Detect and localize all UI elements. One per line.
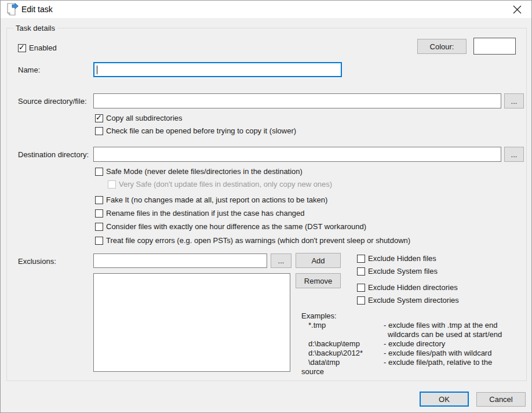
example-row: d:\backup\2012*- exclude files/path with… [308, 349, 491, 357]
checkbox-box [95, 223, 103, 231]
example-row: wildcards can be used at start/end [308, 330, 502, 339]
checkbox-box [357, 267, 365, 276]
checkbox-box [95, 168, 103, 176]
copy-subdirectories-checkbox[interactable]: Copy all subdirectories [95, 114, 183, 122]
window-title: Edit task [21, 5, 53, 14]
safe-mode-checkbox[interactable]: Safe Mode (never delete files/directorie… [95, 167, 303, 176]
checkbox-box [95, 237, 103, 245]
name-label: Name: [18, 66, 40, 74]
checkbox-box [18, 44, 26, 52]
treat-errors-checkbox[interactable]: Treat file copy errors (e.g. open PSTs) … [95, 236, 410, 245]
checkbox-box [95, 127, 103, 135]
exclude-hidden-directories-checkbox[interactable]: Exclude Hidden directories [357, 283, 458, 292]
destination-label: Destination directory: [18, 150, 89, 159]
checkbox-box [357, 296, 365, 305]
exclusions-remove-button[interactable]: Remove [296, 273, 341, 288]
destination-browse-button[interactable]: ... [504, 147, 524, 162]
very-safe-checkbox: Very Safe (don't update files in destina… [108, 180, 332, 189]
source-browse-button[interactable]: ... [504, 93, 524, 108]
exclusions-label: Exclusions: [18, 257, 56, 266]
exclusions-add-button[interactable]: Add [296, 253, 341, 268]
groupbox-title: Task details [13, 24, 57, 32]
rename-case-checkbox[interactable]: Rename files in the destination if just … [95, 209, 305, 218]
exclude-system-directories-checkbox[interactable]: Exclude System directories [357, 296, 459, 305]
destination-input[interactable] [93, 147, 501, 162]
checkbox-box [357, 284, 365, 292]
checkbox-box [108, 180, 116, 189]
checkbox-box [95, 114, 103, 122]
exclude-hidden-files-checkbox[interactable]: Exclude Hidden files [357, 254, 436, 263]
source-input[interactable] [93, 93, 501, 108]
check-file-openable-checkbox[interactable]: Check file can be opened before trying t… [95, 126, 296, 135]
colour-button[interactable]: Colour: [417, 39, 467, 54]
name-input[interactable] [93, 62, 342, 77]
ok-button[interactable]: OK [420, 392, 469, 407]
titlebar: Edit task [1, 1, 531, 18]
checkbox-box [95, 209, 103, 218]
close-icon [513, 5, 522, 14]
exclude-system-files-checkbox[interactable]: Exclude System files [357, 267, 438, 276]
edit-task-dialog: Edit task Task details Enabled Colour: N… [0, 0, 532, 413]
colour-swatch [473, 38, 516, 55]
exclusions-list[interactable] [93, 273, 290, 372]
example-row: \data\tmp- exclude file/path, relative t… [308, 358, 492, 367]
exclusions-input[interactable] [93, 253, 267, 268]
source-label: Source directory/file: [18, 97, 87, 106]
example-wrap-footer: source [301, 367, 324, 376]
exclusions-browse-button[interactable]: ... [271, 253, 291, 268]
example-row: *.tmp- exclude files with .tmp at the en… [308, 321, 498, 329]
checkbox-box [95, 196, 103, 204]
cancel-button[interactable]: Cancel [476, 392, 526, 407]
task-document-icon [5, 2, 19, 16]
examples-title: Examples: [301, 311, 337, 320]
checkbox-box [357, 255, 365, 263]
dst-workaround-checkbox[interactable]: Consider files with exactly one hour dif… [95, 222, 366, 231]
example-row: d:\backup\temp- exclude directory [308, 339, 445, 348]
close-button[interactable] [507, 2, 527, 17]
text-caret [97, 66, 97, 74]
enabled-checkbox[interactable]: Enabled [18, 44, 57, 52]
fake-it-checkbox[interactable]: Fake It (no changes made at all, just re… [95, 195, 327, 204]
